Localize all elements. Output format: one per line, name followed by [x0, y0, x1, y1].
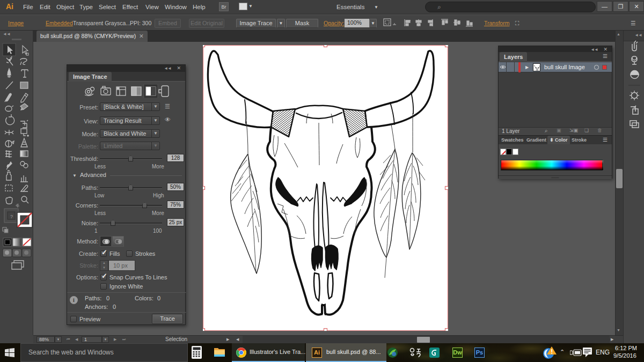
svg-text:?: ? — [10, 214, 13, 219]
svg-text:◄◄: ◄◄ — [3, 32, 10, 36]
